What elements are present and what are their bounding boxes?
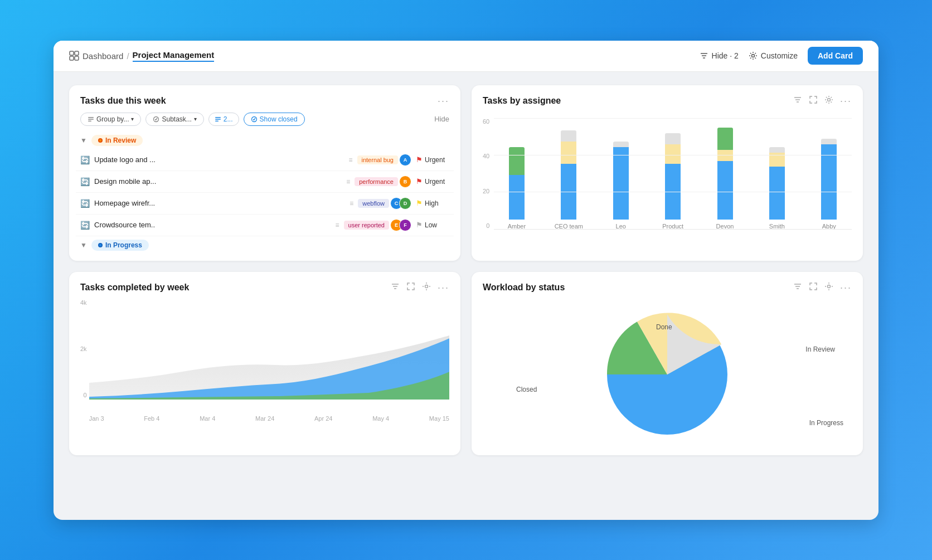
hide-tasks-label: Hide xyxy=(434,115,449,123)
task-status-icon: 🔄 xyxy=(80,221,90,230)
assignee-card-header: Tasks by assignee ··· xyxy=(472,85,863,113)
bar-label-product: Product xyxy=(662,223,683,230)
breadcrumb-separator: / xyxy=(127,51,129,61)
expand-action-icon3[interactable] xyxy=(809,282,818,293)
avatar: F xyxy=(399,219,411,231)
task-priority: ⚑ Low xyxy=(416,221,449,229)
task-name: Update logo and ... xyxy=(94,155,344,164)
priority-flag-icon: ⚑ xyxy=(416,199,423,207)
svg-rect-9 xyxy=(88,119,94,120)
pie-label-in-progress: In Progress xyxy=(809,419,843,427)
group-in-progress[interactable]: ▼ In Progress xyxy=(76,236,454,254)
bar-label-ceo: CEO team xyxy=(555,223,583,230)
settings-action-icon3[interactable] xyxy=(824,282,833,293)
bar-ceo: CEO team xyxy=(546,130,591,230)
pie-label-done: Done xyxy=(656,323,672,331)
tasks-card-title: Tasks due this week xyxy=(80,96,166,106)
task-tag: user reported xyxy=(344,221,389,230)
in-progress-dot xyxy=(98,243,103,247)
filter-action-icon2[interactable] xyxy=(391,282,400,293)
bar-seg-gray xyxy=(821,139,837,144)
filter-action-icon3[interactable] xyxy=(793,282,802,293)
bar-seg-green xyxy=(717,128,733,150)
y-label-0: 0 xyxy=(483,222,489,229)
completed-card-menu[interactable]: ··· xyxy=(438,282,449,294)
bar-seg-yellow xyxy=(561,142,576,164)
completed-card-actions: ··· xyxy=(391,282,449,294)
bar-product: Product xyxy=(650,133,695,230)
assignee-card-title: Tasks by assignee xyxy=(483,96,561,106)
completed-card-title: Tasks completed by week xyxy=(80,283,189,293)
bar-seg-blue xyxy=(821,144,837,220)
top-actions: Hide · 2 Customize Add Card xyxy=(700,47,863,65)
x-label-apr24: Apr 24 xyxy=(314,415,332,422)
subtask-label: Subtask... xyxy=(162,115,191,123)
customize-label: Customize xyxy=(761,51,798,60)
group-arrow-icon: ▼ xyxy=(80,137,87,144)
avatar: A xyxy=(399,154,411,166)
bar-seg-gray xyxy=(561,130,576,142)
count-filter[interactable]: 2... xyxy=(208,113,239,126)
add-card-button[interactable]: Add Card xyxy=(808,47,863,65)
chevron-down-icon: ▾ xyxy=(131,116,134,122)
in-review-dot xyxy=(98,138,103,143)
top-bar: Dashboard / Project Management Hide · 2 … xyxy=(54,41,878,72)
task-status-icon: 🔄 xyxy=(80,199,90,208)
dashboard-container: Dashboard / Project Management Hide · 2 … xyxy=(54,41,878,520)
breadcrumb-current: Project Management xyxy=(133,50,215,62)
group-icon xyxy=(88,116,94,123)
bar-abby: Abby xyxy=(807,139,852,230)
svg-rect-12 xyxy=(215,117,221,118)
hide-button[interactable]: Hide · 2 xyxy=(700,51,739,60)
svg-point-7 xyxy=(751,55,754,57)
subtask-filter[interactable]: Subtask... ▾ xyxy=(145,113,203,126)
bar-seg-gray xyxy=(613,142,629,147)
x-label-may15: May 15 xyxy=(429,415,449,422)
show-closed-filter[interactable]: Show closed xyxy=(244,113,305,126)
task-status-icon: 🔄 xyxy=(80,155,90,164)
bar-seg-green xyxy=(509,147,525,175)
priority-label: Low xyxy=(425,221,437,229)
x-label-mar24: Mar 24 xyxy=(255,415,274,422)
hide-label: Hide · 2 xyxy=(712,51,739,60)
bar-label-leo: Leo xyxy=(616,223,626,230)
group-by-filter[interactable]: Group by... ▾ xyxy=(80,113,141,126)
tasks-card-menu[interactable]: ··· xyxy=(438,95,449,107)
task-priority: ⚑ Urgent xyxy=(416,177,449,186)
bar-seg-yellow xyxy=(769,153,785,167)
expand-action-icon[interactable] xyxy=(809,95,818,106)
y-label-20: 20 xyxy=(483,188,489,194)
expand-action-icon2[interactable] xyxy=(406,282,415,293)
settings-action-icon2[interactable] xyxy=(422,282,431,293)
y-label-2k: 2k xyxy=(80,345,87,352)
bar-seg-blue xyxy=(769,167,785,220)
bar-devon: Devon xyxy=(702,128,747,230)
task-avatars: A xyxy=(402,154,411,166)
customize-button[interactable]: Customize xyxy=(749,51,798,60)
bar-label-abby: Abby xyxy=(822,223,836,230)
hide-tasks-btn[interactable]: Hide xyxy=(434,115,449,123)
assignee-card-menu[interactable]: ··· xyxy=(840,95,852,107)
filter-icon2 xyxy=(215,116,221,123)
dashboard-icon xyxy=(69,51,79,61)
workload-card-title: Workload by status xyxy=(483,283,565,293)
task-name: Homepage wirefr... xyxy=(94,199,345,207)
workload-card-menu[interactable]: ··· xyxy=(840,282,852,294)
settings-action-icon[interactable] xyxy=(824,95,833,106)
main-content: Tasks due this week ··· Group by... ▾ Su… xyxy=(54,72,878,469)
pie-chart-container: Done In Review In Progress Closed xyxy=(472,299,863,455)
gear-icon xyxy=(749,51,758,60)
bar-chart-container: 60 40 20 0 xyxy=(472,113,863,241)
bar-seg-gray xyxy=(769,147,785,153)
workload-card: Workload by status ··· xyxy=(472,272,863,455)
pie-label-closed: Closed xyxy=(516,386,537,393)
priority-flag-icon: ⚑ xyxy=(416,177,423,186)
group-in-review[interactable]: ▼ In Review xyxy=(76,132,454,149)
filter-action-icon[interactable] xyxy=(793,95,802,106)
in-progress-badge: In Progress xyxy=(91,240,149,251)
task-priority: ⚑ Urgent xyxy=(416,155,449,164)
task-avatars: C D xyxy=(394,197,411,210)
bar-smith: Smith xyxy=(754,147,799,230)
avatar: D xyxy=(399,197,411,210)
y-label-4k: 4k xyxy=(80,299,87,306)
